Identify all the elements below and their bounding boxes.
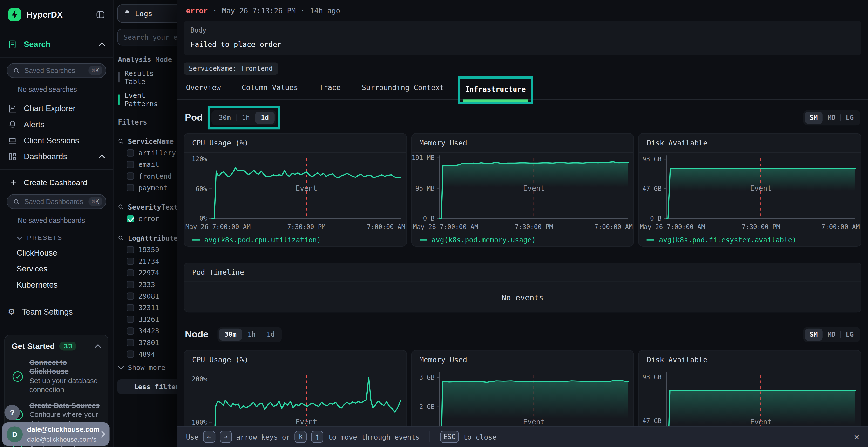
filter-group-servicename: ServiceName xyxy=(118,137,177,145)
checkbox[interactable] xyxy=(127,339,134,346)
checkbox[interactable] xyxy=(127,161,134,168)
pod-memory-chart: 191 MB95 MB0 BEventMay 26 7:00:00 AM7:30… xyxy=(411,153,633,233)
filter-option[interactable]: 4894 xyxy=(127,350,177,358)
saved-dashboards-field[interactable] xyxy=(24,198,84,205)
size-lg[interactable]: LG xyxy=(840,112,859,124)
preset-clickhouse[interactable]: ClickHouse xyxy=(0,248,113,257)
avatar: D xyxy=(7,426,23,442)
hyperdx-app: HyperDX Search ⌘K No saved searches xyxy=(0,0,868,447)
checkbox[interactable] xyxy=(127,149,134,157)
filter-option[interactable]: 32311 xyxy=(127,304,177,312)
checkbox[interactable] xyxy=(127,351,134,358)
checkbox[interactable] xyxy=(127,327,134,335)
tab-trace[interactable]: Trace xyxy=(319,83,341,99)
checkbox[interactable] xyxy=(127,172,134,180)
service-name-chip[interactable]: ServiceName: frontend xyxy=(184,62,278,75)
svg-text:47 GB: 47 GB xyxy=(643,417,661,424)
create-dashboard-button[interactable]: Create Dashboard xyxy=(0,176,113,188)
size-sm[interactable]: SM xyxy=(805,329,823,341)
collapse-sidebar-icon[interactable] xyxy=(96,10,105,19)
chevron-up-icon[interactable] xyxy=(99,42,105,46)
chevron-up-icon[interactable] xyxy=(95,344,101,348)
svg-text:Event: Event xyxy=(296,418,317,426)
search-page-icon xyxy=(8,39,17,49)
checkbox[interactable] xyxy=(127,316,134,323)
filter-option[interactable]: 34423 xyxy=(127,327,177,335)
search-icon[interactable] xyxy=(118,138,124,144)
checkbox[interactable] xyxy=(127,269,134,276)
option-label: Results Table xyxy=(125,69,177,86)
search-icon[interactable] xyxy=(118,204,124,210)
filter-option[interactable]: 29081 xyxy=(127,292,177,300)
filter-option[interactable]: email xyxy=(127,161,177,169)
sidebar-item-client-sessions[interactable]: Client Sessions xyxy=(0,134,113,147)
tab-infrastructure[interactable]: Infrastructure xyxy=(465,85,526,101)
saved-searches-field[interactable] xyxy=(24,67,84,74)
create-dashboard-label: Create Dashboard xyxy=(24,178,105,187)
sidebar-item-team-settings[interactable]: ⚙ Team Settings xyxy=(0,306,113,318)
get-started-step[interactable]: Connect to ClickHouseSet up your databas… xyxy=(11,358,101,394)
svg-text:Event: Event xyxy=(750,184,772,193)
divider xyxy=(0,57,113,57)
filter-option[interactable]: 19350 xyxy=(127,245,177,253)
filter-value: 2333 xyxy=(138,280,155,288)
svg-text:2 GB: 2 GB xyxy=(419,403,434,410)
checkbox[interactable] xyxy=(127,246,134,253)
tab-column-values[interactable]: Column Values xyxy=(242,83,298,99)
sidebar-item-search[interactable]: Search xyxy=(0,38,113,50)
user-account-button[interactable]: D dale@clickhouse.com dale@clickhouse.co… xyxy=(2,422,110,446)
filter-option[interactable]: 22974 xyxy=(127,269,177,277)
analysis-mode-event-patterns[interactable]: Event Patterns xyxy=(118,91,177,108)
range-1d[interactable]: 1d xyxy=(261,329,280,341)
range-30m[interactable]: 30m xyxy=(213,112,236,124)
chevron-down-icon xyxy=(17,236,23,240)
checkbox[interactable] xyxy=(127,258,134,265)
team-settings-label: Team Settings xyxy=(22,308,105,316)
range-1d[interactable]: 1d xyxy=(255,112,274,124)
saved-searches-input[interactable]: ⌘K xyxy=(7,63,106,78)
node-section-title: Node xyxy=(185,329,209,340)
tab-surrounding-context[interactable]: Surrounding Context xyxy=(362,83,444,99)
filter-option[interactable]: artillery-loa xyxy=(127,149,177,157)
sidebar-item-dashboards[interactable]: Dashboards xyxy=(0,150,113,163)
separator: · xyxy=(301,7,305,15)
saved-dashboards-input[interactable]: ⌘K xyxy=(7,194,106,209)
sidebar-item-alerts[interactable]: Alerts xyxy=(0,118,113,131)
filter-option[interactable]: 2333 xyxy=(127,280,177,288)
preset-kubernetes[interactable]: Kubernetes xyxy=(0,280,113,289)
range-1h[interactable]: 1h xyxy=(242,329,261,341)
filter-option[interactable]: 37801 xyxy=(127,338,177,347)
filter-option[interactable]: 33261 xyxy=(127,315,177,323)
range-30m[interactable]: 30m xyxy=(219,329,242,341)
close-icon[interactable]: ✕ xyxy=(854,432,859,442)
filter-option[interactable]: payment xyxy=(127,183,177,192)
sidebar-item-chart-explorer[interactable]: Chart Explorer xyxy=(0,102,113,115)
source-select-button[interactable]: Logs xyxy=(117,4,187,23)
event-details-panel: error · May 26 7:13:26 PM · 14h ago Body… xyxy=(177,0,868,447)
pod-section-title: Pod xyxy=(185,112,203,123)
chevron-up-icon[interactable] xyxy=(99,154,105,159)
help-button[interactable]: ? xyxy=(4,405,20,420)
size-md[interactable]: MD xyxy=(823,112,841,124)
range-1h[interactable]: 1h xyxy=(236,112,255,124)
checkbox[interactable] xyxy=(127,184,134,192)
filter-option[interactable]: frontend xyxy=(127,172,177,180)
filter-option-error[interactable]: error xyxy=(127,215,177,223)
pod-timeline-card: Pod Timeline No events xyxy=(184,263,861,313)
checkbox[interactable] xyxy=(127,281,134,288)
checkbox[interactable] xyxy=(127,293,134,300)
tab-overview[interactable]: Overview xyxy=(186,83,221,99)
size-md[interactable]: MD xyxy=(823,329,841,341)
analysis-mode-results-table[interactable]: Results Table xyxy=(118,69,177,86)
size-lg[interactable]: LG xyxy=(840,329,859,341)
checkbox[interactable] xyxy=(127,304,134,311)
size-sm[interactable]: SM xyxy=(805,112,823,124)
body-text: Failed to place order xyxy=(190,40,855,49)
search-icon[interactable] xyxy=(118,235,124,241)
presets-toggle[interactable]: PRESETS xyxy=(0,234,113,241)
cmd-k-shortcut: ⌘K xyxy=(89,197,102,206)
filter-option[interactable]: 21734 xyxy=(127,257,177,265)
show-more-toggle[interactable]: Show more xyxy=(118,363,177,371)
preset-services[interactable]: Services xyxy=(0,264,113,273)
checkbox-checked[interactable] xyxy=(127,215,134,222)
